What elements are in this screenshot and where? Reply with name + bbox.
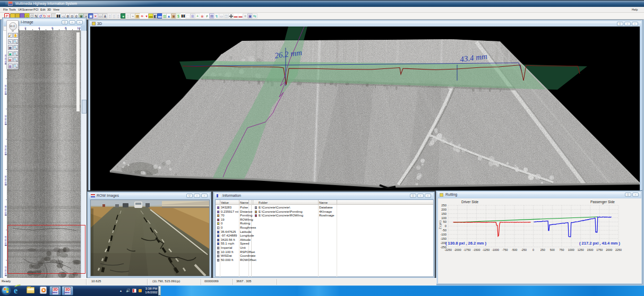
svg-text:200: 200 <box>441 208 446 211</box>
svg-text:1000: 1000 <box>568 248 574 251</box>
svg-text:-1000: -1000 <box>492 248 499 251</box>
svg-text:-150: -150 <box>440 237 446 240</box>
svg-text:-1750: -1750 <box>463 248 471 251</box>
svg-text:250: 250 <box>540 248 545 251</box>
svg-text:-750: -750 <box>502 248 508 251</box>
svg-text:500: 500 <box>550 248 555 251</box>
svg-text:250: 250 <box>441 204 446 207</box>
svg-text:150: 150 <box>441 212 446 215</box>
svg-text:50: 50 <box>443 220 446 223</box>
svg-text:0: 0 <box>533 248 534 251</box>
svg-text:Passenger Side: Passenger Side <box>590 200 615 204</box>
svg-text:-500: -500 <box>511 248 517 251</box>
svg-text:1500: 1500 <box>587 248 594 251</box>
svg-text:-100: -100 <box>440 233 446 236</box>
svg-text:2000: 2000 <box>606 248 612 251</box>
svg-text:Driver Side: Driver Side <box>461 200 479 204</box>
svg-text:2250: 2250 <box>615 248 622 251</box>
svg-text:-2000: -2000 <box>454 248 461 251</box>
svg-text:0: 0 <box>445 224 446 228</box>
svg-text:1750: 1750 <box>596 248 603 251</box>
svg-text:1250: 1250 <box>578 248 584 251</box>
svg-text:( 130.8 pxl , 26.2 mm ): ( 130.8 pxl , 26.2 mm ) <box>445 241 487 246</box>
svg-text:100: 100 <box>441 216 446 220</box>
svg-text:-50: -50 <box>442 229 446 232</box>
svg-text:Z ( pt ): Z ( pt ) <box>439 221 442 229</box>
svg-text:( 217.2 pxl , 43.4 mm ): ( 217.2 pxl , 43.4 mm ) <box>579 241 621 246</box>
svg-text:-2250: -2250 <box>444 248 452 251</box>
svg-text:-250: -250 <box>521 248 527 251</box>
svg-text:-1500: -1500 <box>473 248 480 251</box>
svg-text:750: 750 <box>560 248 564 251</box>
svg-text:-1250: -1250 <box>482 248 490 251</box>
